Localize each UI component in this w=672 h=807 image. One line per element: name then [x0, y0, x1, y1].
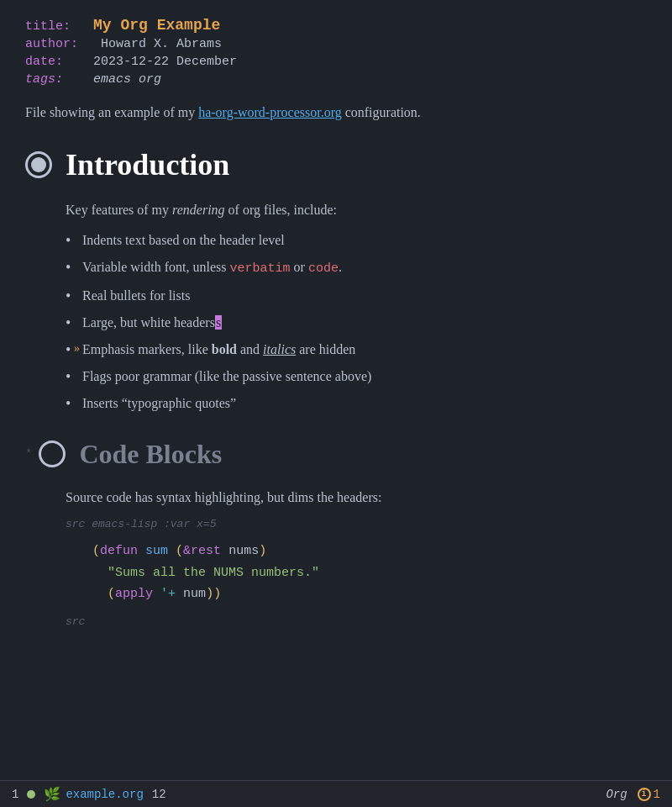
section1-title: Introduction	[66, 147, 229, 182]
nums-var: nums	[228, 544, 259, 558]
intro-text-before: File showing an example of my	[25, 105, 195, 119]
star-prefix: *	[25, 447, 32, 461]
code-block-footer: src	[66, 615, 647, 628]
list-item-text: Emphasis markers, like bold and italics …	[82, 342, 355, 356]
list-item-text: Inserts “typographic quotes”	[82, 396, 236, 410]
date-value: 2023-12-22 December	[93, 55, 237, 69]
file-icon: 🌿	[44, 786, 60, 803]
cursor: s	[215, 315, 222, 330]
main-content: title: My Org Example author: Howard X. …	[0, 0, 672, 662]
apply-kw: apply	[115, 587, 153, 601]
paren: )	[259, 544, 266, 558]
title-key: title:	[25, 19, 71, 34]
status-mode: Org	[606, 788, 627, 801]
date-line: date: 2023-12-22 December	[25, 55, 647, 69]
code-line-2: "Sums all the NUMS numbers."	[92, 562, 633, 584]
metadata-block: title: My Org Example author: Howard X. …	[25, 17, 647, 87]
status-column: 12	[152, 788, 166, 801]
list-item: Large, but white headerss	[66, 313, 647, 333]
list-item: Inserts “typographic quotes”	[66, 393, 647, 414]
code-block: (defun sum (&rest nums) "Sums all the NU…	[79, 534, 647, 612]
title-value: My Org Example	[93, 17, 220, 34]
list-item: Variable width font, unless verbatim or …	[66, 257, 647, 279]
section1-container: Introduction Key features of my renderin…	[25, 147, 647, 414]
list-item-text: Flags poor grammar (like the passive sen…	[82, 369, 371, 383]
tags-key: tags:	[25, 72, 63, 87]
bold-text: bold	[212, 342, 237, 356]
arrow-marker: »	[74, 340, 80, 357]
tags-line: tags: emacs org	[25, 72, 647, 87]
list-item-text: Indents text based on the header level	[82, 233, 285, 247]
key-features-intro: Key features of my rendering of org file…	[66, 199, 647, 221]
key-features-italic: rendering	[172, 203, 225, 217]
code-inline-text: code	[308, 261, 339, 276]
info-icon: i	[638, 788, 651, 801]
intro-text-after: configuration.	[345, 105, 421, 119]
tags-value: emacs org	[93, 72, 161, 87]
section2-container: * Code Blocks Source code has syntax hig…	[25, 439, 647, 628]
key-features-before: Key features of my	[66, 203, 172, 217]
paren: (	[108, 587, 115, 601]
paren: (	[176, 544, 183, 558]
section2-title: Code Blocks	[79, 439, 222, 470]
list-item-real-bullets: Real bullets for lists	[66, 286, 647, 306]
list-item-emphasis: » Emphasis markers, like bold and italic…	[66, 340, 647, 360]
key-features-after: of org files, include:	[225, 203, 337, 217]
list-item: Indents text based on the header level	[66, 230, 647, 251]
code-line-3: (apply '+ num))	[92, 583, 633, 605]
plus-op: +	[168, 587, 176, 601]
list-item-text: Large, but white headerss	[82, 315, 222, 330]
plus-fn: '	[160, 587, 168, 601]
section1-heading: Introduction	[25, 147, 647, 182]
verbatim-text: verbatim	[230, 261, 291, 276]
title-line: title: My Org Example	[25, 17, 647, 34]
italics-text: italics	[263, 342, 296, 356]
status-filename: example.org	[66, 788, 143, 801]
section2-body: Source code has syntax highlighting, but…	[66, 487, 647, 628]
section2-heading: * Code Blocks	[25, 439, 647, 470]
author-value: Howard X. Abrams	[101, 37, 222, 51]
defun-kw: defun	[100, 544, 138, 558]
intro-paragraph: File showing an example of my ha-org-wor…	[25, 102, 647, 124]
author-key: author:	[25, 37, 78, 51]
status-dot	[27, 790, 35, 799]
heading1-circle	[25, 151, 52, 178]
code-section-desc: Source code has syntax highlighting, but…	[66, 487, 647, 509]
heading2-circle	[39, 440, 66, 467]
paren: ))	[206, 587, 221, 601]
status-info: i 1	[638, 788, 660, 801]
section1-body: Key features of my rendering of org file…	[66, 199, 647, 414]
list-item-text: Variable width font, unless verbatim or …	[82, 260, 342, 274]
date-key: date:	[25, 55, 63, 69]
sum-fn: sum	[145, 544, 168, 558]
doc-string: "Sums all the NUMS numbers."	[108, 566, 319, 580]
status-right: Org i 1	[606, 788, 660, 801]
author-line: author: Howard X. Abrams	[25, 37, 647, 51]
paren: (	[92, 544, 100, 558]
code-block-header: src emacs-lisp :var x=5	[66, 518, 647, 530]
status-line-number: 1	[12, 788, 18, 801]
num-var: num	[183, 587, 206, 601]
rest-kw: &rest	[183, 544, 221, 558]
code-line-1: (defun sum (&rest nums)	[92, 541, 633, 562]
info-count: 1	[654, 788, 660, 801]
status-bar: 1 🌿 example.org 12 Org i 1	[0, 780, 672, 807]
features-list: Indents text based on the header level V…	[66, 230, 647, 414]
list-item-text: Real bullets for lists	[82, 288, 190, 303]
list-item: Flags poor grammar (like the passive sen…	[66, 367, 647, 387]
intro-link[interactable]: ha-org-word-processor.org	[198, 105, 341, 119]
